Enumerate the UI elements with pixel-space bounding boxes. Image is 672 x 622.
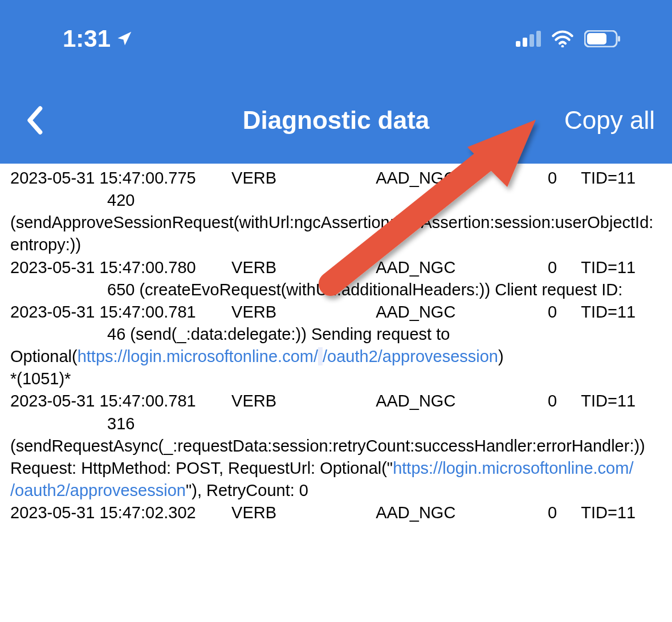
status-bar: 1:31 — [0, 0, 672, 77]
log-entry: 2023-05-31 15:47:00.775 VERB AAD_NGC 0 T… — [10, 167, 662, 257]
log-tid: TID=11 — [561, 167, 636, 189]
log-body: *(1051)* — [10, 368, 662, 390]
page-title: Diagnostic data — [243, 106, 430, 135]
log-tid: TID=11 — [561, 390, 636, 412]
log-entry: 2023-05-31 15:47:02.302 VERB AAD_NGC 0 T… — [10, 502, 662, 524]
log-line-no: 316 — [10, 414, 135, 433]
log-zero: 0 — [517, 167, 557, 189]
log-zero: 0 — [517, 390, 557, 412]
log-line-no: 46 — [10, 325, 125, 343]
log-url-link[interactable]: https://login.microsoftonline.com/ — [78, 347, 318, 365]
redacted-url[interactable] — [318, 347, 323, 365]
log-level: VERB — [231, 301, 371, 323]
log-level: VERB — [231, 502, 371, 524]
log-zero: 0 — [517, 502, 557, 524]
back-button[interactable] — [17, 103, 51, 137]
svg-rect-6 — [587, 33, 606, 44]
log-timestamp: 2023-05-31 15:47:02.302 — [10, 502, 227, 524]
svg-rect-7 — [618, 36, 620, 42]
log-body: (createEvoRequest(withUrl:additionalHead… — [135, 280, 622, 299]
log-line-no: 650 — [10, 280, 135, 299]
svg-rect-1 — [523, 38, 527, 47]
log-tag: AAD_NGC — [376, 167, 512, 189]
log-body: "), RetryCount: 0 — [186, 481, 308, 499]
chevron-left-icon — [25, 105, 43, 135]
log-url-link[interactable]: /oauth2/approvesession — [323, 347, 498, 365]
wifi-icon — [551, 30, 574, 47]
copy-all-button[interactable]: Copy all — [564, 106, 655, 135]
log-tid: TID=11 — [561, 301, 636, 323]
nav-bar: Diagnostic data Copy all — [0, 77, 672, 164]
log-tag: AAD_NGC — [376, 257, 512, 279]
log-zero: 0 — [517, 257, 557, 279]
log-area: 2023-05-31 15:47:00.775 VERB AAD_NGC 0 T… — [0, 164, 672, 524]
log-level: VERB — [231, 167, 371, 189]
log-body: ) — [498, 347, 504, 365]
log-entry: 2023-05-31 15:47:00.780 VERB AAD_NGC 0 T… — [10, 257, 662, 301]
status-right-icons — [516, 30, 621, 47]
status-time: 1:31 — [63, 25, 111, 52]
location-arrow-icon — [116, 25, 133, 52]
log-entry: 2023-05-31 15:47:00.781 VERB AAD_NGC 0 T… — [10, 301, 662, 391]
svg-point-4 — [561, 45, 564, 47]
log-timestamp: 2023-05-31 15:47:00.781 — [10, 301, 227, 323]
log-level: VERB — [231, 390, 371, 412]
log-tag: AAD_NGC — [376, 301, 512, 323]
battery-icon — [584, 30, 621, 47]
log-timestamp: 2023-05-31 15:47:00.775 — [10, 167, 227, 189]
log-zero: 0 — [517, 301, 557, 323]
log-tag: AAD_NGC — [376, 502, 512, 524]
log-body: (sendApproveSessionRequest(withUrl:ngcAs… — [10, 212, 662, 256]
log-tid: TID=11 — [561, 257, 636, 279]
log-url-link[interactable]: https://login.microsoftonline.com/ — [393, 459, 633, 477]
svg-rect-2 — [530, 34, 534, 47]
svg-rect-3 — [536, 31, 541, 47]
log-url-link[interactable]: /oauth2/approvesession — [10, 481, 186, 499]
cellular-signal-icon — [516, 31, 541, 47]
svg-rect-0 — [516, 41, 520, 47]
status-time-group: 1:31 — [63, 25, 133, 52]
log-timestamp: 2023-05-31 15:47:00.781 — [10, 390, 227, 412]
log-tag: AAD_NGC — [376, 390, 512, 412]
log-timestamp: 2023-05-31 15:47:00.780 — [10, 257, 227, 279]
log-entry: 2023-05-31 15:47:00.781 VERB AAD_NGC 0 T… — [10, 390, 662, 502]
log-level: VERB — [231, 257, 371, 279]
log-tid: TID=11 — [561, 502, 636, 524]
log-line-no: 420 — [10, 191, 135, 209]
